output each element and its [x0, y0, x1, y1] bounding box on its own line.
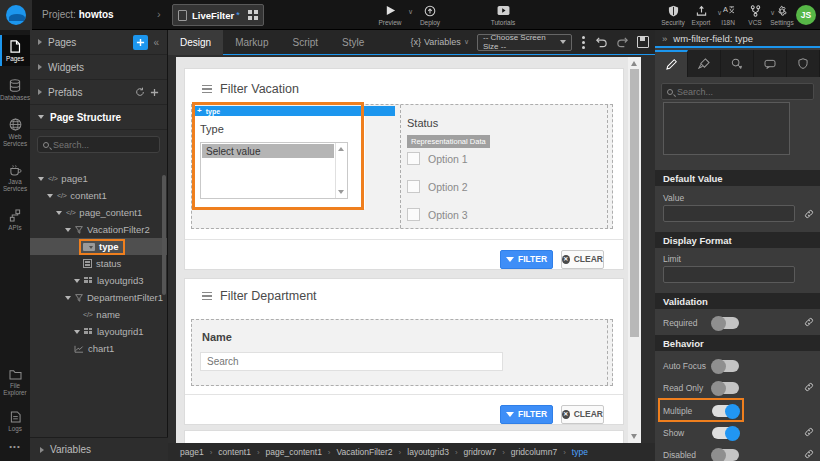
rail-item-web-services[interactable]: Web Services [0, 113, 30, 151]
rail-more-icon[interactable]: ••• [0, 442, 30, 451]
auto-focus-toggle[interactable] [712, 360, 739, 372]
deploy-button[interactable]: Deploy [408, 4, 452, 26]
rail-item-file-explorer[interactable]: File Explorer [0, 364, 30, 400]
tree-item-departmentfilter1[interactable]: DepartmentFilter1 [30, 289, 167, 306]
bind-icon[interactable] [804, 427, 814, 437]
breadcrumb-item[interactable]: gridrow7 [464, 447, 497, 457]
tab-markup[interactable]: Markup [223, 30, 280, 55]
tab-script[interactable]: Script [281, 30, 331, 55]
tab-security[interactable] [787, 50, 820, 77]
tree-item-layoutgrid1[interactable]: layoutgrid1 [30, 323, 167, 340]
checkbox[interactable] [407, 180, 420, 193]
panel-collapse-icon[interactable] [202, 85, 212, 93]
listbox-scrollbar[interactable] [335, 143, 347, 198]
tree-item-status[interactable]: status [30, 255, 167, 272]
required-toggle[interactable] [712, 317, 739, 329]
filter-department-panel[interactable]: Filter Department Name FILTER ✕ CLEAR [184, 278, 624, 425]
section-pages[interactable]: Pages « [30, 30, 167, 55]
tree-item-type[interactable]: type [30, 238, 167, 255]
collapse-right-panel-icon[interactable]: » [662, 33, 667, 44]
more-options-icon[interactable] [580, 36, 587, 49]
section-variables[interactable]: Variables [30, 437, 168, 461]
multiple-toggle[interactable] [712, 405, 739, 417]
add-page-button[interactable] [133, 35, 148, 50]
pages-grid-icon[interactable] [248, 10, 258, 20]
breadcrumb-item[interactable]: VacationFilter2 [337, 447, 393, 457]
tab-style[interactable]: Style [330, 30, 376, 55]
type-select-listbox[interactable]: Select value [200, 142, 348, 199]
section-page-structure[interactable]: Page Structure [30, 105, 167, 130]
select-placeholder-option[interactable]: Select value [202, 144, 334, 158]
breadcrumb-item[interactable]: page1 [180, 447, 204, 457]
rail-item-pages[interactable]: Pages [0, 35, 30, 66]
filter-vacation-panel[interactable]: Filter Vacation + type Type Select value [184, 68, 624, 270]
value-input[interactable] [663, 205, 795, 222]
filter-button[interactable]: FILTER [500, 405, 553, 424]
breadcrumb-item[interactable]: content1 [218, 447, 251, 457]
bind-icon[interactable] [804, 317, 814, 327]
tab-properties[interactable] [655, 50, 688, 77]
property-search[interactable] [661, 83, 814, 100]
undo-icon[interactable] [595, 36, 608, 48]
breadcrumb-item[interactable]: layoutgrid3 [407, 447, 449, 457]
tree-item-name[interactable]: </> name [30, 306, 167, 323]
bind-icon[interactable] [804, 449, 814, 459]
filter-button[interactable]: FILTER [500, 250, 553, 269]
scroll-up-icon[interactable] [631, 61, 637, 66]
bind-icon[interactable] [804, 382, 814, 392]
app-logo[interactable] [0, 0, 32, 30]
scrollbar-thumb[interactable] [630, 69, 639, 337]
tree-item-page1[interactable]: </>page1 [30, 170, 167, 187]
status-option-row[interactable]: Option 1 [407, 152, 468, 165]
status-option-row[interactable]: Option 2 [407, 180, 468, 193]
clear-button[interactable]: ✕ CLEAR [561, 405, 604, 424]
tab-events[interactable] [721, 50, 754, 77]
redo-icon[interactable] [616, 36, 629, 48]
bind-icon[interactable] [804, 209, 814, 219]
tree-scrollbar[interactable] [162, 175, 166, 295]
tree-item-content1[interactable]: </>content1 [30, 187, 167, 204]
rail-item-apis[interactable]: APIs [0, 204, 30, 235]
rail-item-logs[interactable]: Logs [0, 406, 30, 436]
tab-styles[interactable] [688, 50, 721, 77]
tree-search-input[interactable] [53, 140, 153, 150]
collapse-panel-icon[interactable]: « [153, 37, 159, 48]
scroll-down-icon[interactable] [338, 190, 344, 194]
tutorials-button[interactable]: Tutorials [481, 4, 525, 26]
show-toggle[interactable] [712, 427, 739, 439]
screen-size-select[interactable]: -- Choose Screen Size -- [477, 34, 572, 51]
breadcrumb-item[interactable]: gridcolumn7 [511, 447, 557, 457]
tree-search[interactable] [37, 136, 160, 153]
tree-item-layoutgrid3[interactable]: layoutgrid3 [30, 272, 167, 289]
tree-item-chart1[interactable]: chart1 [30, 340, 167, 357]
checkbox[interactable] [407, 208, 420, 221]
tree-item-page-content1[interactable]: </>page_content1 [30, 204, 167, 221]
variables-button[interactable]: {x} Variables ∨ [411, 37, 470, 47]
rail-item-java-services[interactable]: Java Services [0, 159, 30, 196]
open-page-tab[interactable]: LiveFilter * [172, 4, 264, 26]
breadcrumb-item[interactable]: page_content1 [266, 447, 322, 457]
property-search-input[interactable] [677, 87, 787, 97]
checkbox[interactable] [407, 152, 420, 165]
user-avatar[interactable]: JS [796, 5, 816, 25]
add-prefab-icon[interactable] [150, 88, 159, 97]
section-prefabs[interactable]: Prefabs [30, 80, 167, 105]
scroll-down-icon[interactable] [631, 434, 637, 439]
read-only-toggle[interactable] [712, 382, 739, 394]
preview-button[interactable]: Preview ∨ [368, 4, 412, 26]
scroll-up-icon[interactable] [338, 147, 344, 151]
clear-button[interactable]: ✕ CLEAR [561, 250, 604, 269]
tab-dialogs[interactable] [754, 50, 787, 77]
limit-input[interactable] [663, 266, 795, 283]
refresh-icon[interactable] [135, 87, 145, 97]
tree-item-vacationfilter2[interactable]: VacationFilter2 [30, 221, 167, 238]
status-option-row[interactable]: Option 3 [407, 208, 468, 221]
save-icon[interactable] [637, 36, 649, 48]
disabled-toggle[interactable] [712, 449, 739, 461]
name-search-input[interactable] [200, 352, 503, 371]
rail-item-databases[interactable]: Databases [0, 74, 30, 105]
section-widgets[interactable]: Widgets [30, 55, 167, 80]
panel-collapse-icon[interactable] [202, 292, 212, 300]
breadcrumb-item-current[interactable]: type [572, 447, 588, 457]
type-filter-field[interactable]: Type Select value [195, 116, 365, 209]
